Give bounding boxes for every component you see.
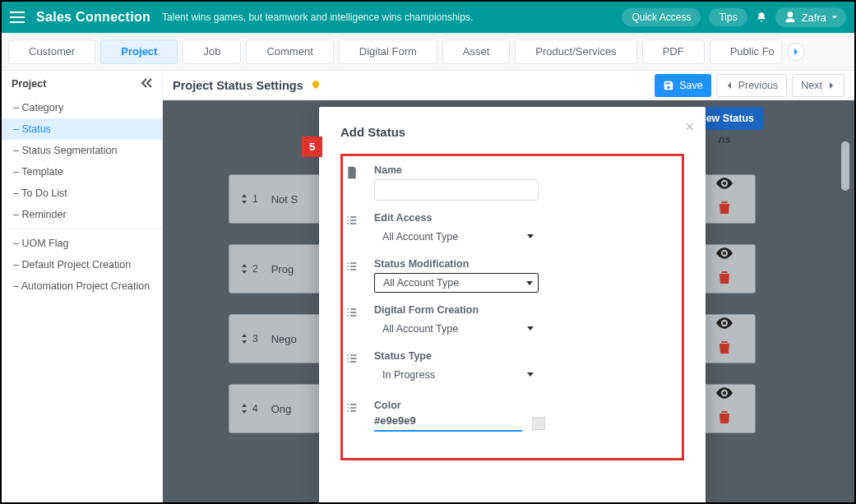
save-button[interactable]: Save xyxy=(655,74,711,97)
tab-digital-form[interactable]: Digital Form xyxy=(339,39,437,64)
row-order[interactable]: 2 xyxy=(241,263,258,275)
row-order[interactable]: 1 xyxy=(241,193,258,205)
sidebar-item-category[interactable]: – Category xyxy=(2,97,162,118)
sidebar-item-reminder[interactable]: – Reminder xyxy=(2,204,162,225)
color-label: Color xyxy=(374,400,673,411)
tab-project[interactable]: Project xyxy=(100,39,178,64)
previous-button[interactable]: Previous xyxy=(716,74,788,97)
page-title: Project Status Settings xyxy=(173,79,303,92)
modal-title: Add Status xyxy=(340,125,684,139)
chevron-down-icon xyxy=(527,326,534,331)
bell-icon[interactable] xyxy=(756,12,767,23)
status-type-select[interactable]: In Progress xyxy=(374,365,539,385)
scrollbar-thumb[interactable] xyxy=(841,141,849,191)
sort-icon xyxy=(241,264,248,274)
trash-icon[interactable] xyxy=(719,201,730,214)
tab-asset[interactable]: Asset xyxy=(442,39,511,64)
content-body: Add New Status Nam ns 1 Not S 2 xyxy=(163,100,854,502)
save-icon xyxy=(663,80,674,91)
sidebar: Project – Category – Status – Status Seg… xyxy=(2,71,163,502)
row-order[interactable]: 3 xyxy=(241,333,258,344)
lightbulb-icon[interactable] xyxy=(310,80,322,91)
list-icon xyxy=(343,352,361,365)
user-name: Zafra xyxy=(802,12,826,24)
status-modification-select[interactable]: All Account Type xyxy=(374,273,539,293)
document-icon xyxy=(343,166,361,179)
sidebar-item-uom-flag[interactable]: – UOM Flag xyxy=(2,233,162,254)
chevron-right-icon xyxy=(792,48,800,56)
color-value: #e9e9e9 xyxy=(374,414,522,427)
sidebar-item-todo-list[interactable]: – To Do List xyxy=(2,183,162,204)
tab-product-services[interactable]: Product/Services xyxy=(515,39,636,64)
tips-button[interactable]: Tips xyxy=(709,8,747,26)
svg-point-0 xyxy=(723,182,726,185)
name-input[interactable] xyxy=(374,179,539,201)
sidebar-collapse-icon[interactable] xyxy=(141,78,152,90)
brand-logo: Sales Connection xyxy=(36,10,150,25)
svg-point-1 xyxy=(723,252,726,255)
sidebar-item-template[interactable]: – Template xyxy=(2,161,162,183)
eye-icon[interactable] xyxy=(716,247,733,259)
trash-icon[interactable] xyxy=(719,270,730,284)
edit-access-label: Edit Access xyxy=(374,212,673,224)
tab-job[interactable]: Job xyxy=(183,39,241,64)
digital-form-creation-label: Digital Form Creation xyxy=(374,304,673,316)
add-status-modal: 5 × Add Status Name xyxy=(319,107,706,502)
list-icon xyxy=(343,260,361,273)
tab-customer[interactable]: Customer xyxy=(8,39,95,64)
tagline: Talent wins games, but teamwork and inte… xyxy=(162,12,473,23)
sidebar-item-status[interactable]: – Status xyxy=(2,118,162,140)
tab-public-form[interactable]: Public Fo xyxy=(710,39,782,64)
name-label: Name xyxy=(374,164,673,176)
tab-pdf[interactable]: PDF xyxy=(642,39,705,64)
triangle-left-icon xyxy=(725,81,733,90)
row-name: Nego xyxy=(271,333,297,345)
chevron-down-icon xyxy=(831,14,838,21)
sort-icon xyxy=(241,404,248,414)
sidebar-heading: Project xyxy=(12,78,46,90)
row-name: Ong xyxy=(271,403,292,415)
status-modification-label: Status Modification xyxy=(374,258,673,270)
chevron-down-icon xyxy=(527,372,534,377)
edit-access-select[interactable]: All Account Type xyxy=(374,227,539,247)
eye-icon[interactable] xyxy=(716,178,733,189)
avatar-icon xyxy=(784,11,797,24)
list-icon xyxy=(343,401,361,414)
row-name: Prog xyxy=(271,263,294,275)
tabs-scroll-right[interactable] xyxy=(787,43,805,61)
chevron-down-icon xyxy=(527,234,534,238)
row-name: Not S xyxy=(271,193,298,206)
tab-comment[interactable]: Comment xyxy=(246,39,333,64)
color-input[interactable]: #e9e9e9 xyxy=(374,414,673,432)
sidebar-item-status-segmentation[interactable]: – Status Segmentation xyxy=(2,140,162,161)
eye-icon[interactable] xyxy=(716,317,733,329)
status-type-label: Status Type xyxy=(374,350,673,362)
menu-icon[interactable] xyxy=(10,12,25,23)
color-swatch[interactable] xyxy=(532,417,545,430)
eye-icon[interactable] xyxy=(716,387,733,399)
sidebar-item-automation-project-creation[interactable]: – Automation Project Creation xyxy=(2,275,162,297)
chevron-down-icon xyxy=(526,281,533,285)
category-tabs: Customer Project Job Comment Digital For… xyxy=(2,33,854,71)
trash-icon[interactable] xyxy=(719,340,730,354)
sort-icon xyxy=(241,334,248,344)
trash-icon[interactable] xyxy=(719,410,730,423)
svg-point-3 xyxy=(723,391,726,395)
content-area: Project Status Settings Save Previous Ne… xyxy=(163,71,854,502)
svg-point-2 xyxy=(723,321,726,325)
topbar: Sales Connection Talent wins games, but … xyxy=(2,2,854,33)
column-actions: ns xyxy=(719,133,731,146)
list-icon xyxy=(343,214,361,227)
user-menu[interactable]: Zafra xyxy=(775,7,846,27)
row-order[interactable]: 4 xyxy=(241,403,258,414)
scrollbar[interactable] xyxy=(841,141,853,499)
triangle-right-icon xyxy=(827,81,835,90)
sidebar-item-default-project-creation[interactable]: – Default Project Creation xyxy=(2,254,162,275)
close-icon[interactable]: × xyxy=(685,118,694,136)
list-icon xyxy=(343,306,361,319)
sort-icon xyxy=(241,194,248,204)
form-highlight: Name Edit Access All Account Type xyxy=(340,154,684,460)
next-button[interactable]: Next xyxy=(792,74,844,97)
quick-access-button[interactable]: Quick Access xyxy=(622,8,701,26)
digital-form-creation-select[interactable]: All Account Type xyxy=(374,319,539,339)
